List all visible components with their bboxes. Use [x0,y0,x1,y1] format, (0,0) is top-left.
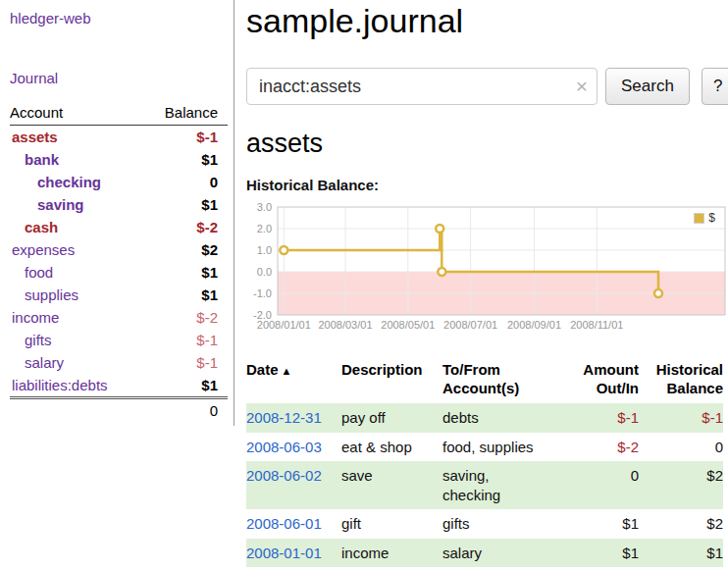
accounts-header-balance: Balance [142,102,228,126]
column-header-label: Historical Balance [656,361,723,396]
account-row: income$-2 [10,306,228,329]
account-name-cell: liabilities:debts [10,374,142,398]
date-cell: 2008-06-03 [246,433,341,462]
balance-chart: 3.02.01.00.0-1.0-2.02008/01/012008/03/01… [246,203,728,342]
balance-cell: $1 [639,539,723,568]
clear-search-icon[interactable]: × [576,74,588,99]
amount-cell: $-2 [558,433,639,462]
column-header-historical: Historical Balance [639,356,723,403]
accounts-table: Account Balance assets$-1bank$1checking0… [10,102,228,422]
transaction-row[interactable]: 2008-06-01giftgifts$1$2 [246,509,723,539]
account-balance: $-1 [142,126,228,149]
svg-text:0.0: 0.0 [257,266,272,278]
chart-legend: $ [691,210,718,226]
account-link-assets[interactable]: assets [12,129,58,145]
account-balance: $2 [142,238,228,261]
account-link-supplies[interactable]: supplies [25,286,78,303]
account-row: assets$-1 [10,126,228,149]
balance-cell: $2 [639,509,723,539]
account-row: supplies$1 [10,284,228,306]
transaction-row[interactable]: 2008-12-31pay offdebts$-1$-1 [246,403,723,433]
account-row: expenses$2 [10,238,228,261]
description-cell: gift [341,509,442,539]
accounts-cell: gifts [442,509,558,539]
accounts-total-row: 0 [10,398,228,423]
account-link-saving[interactable]: saving [37,196,84,213]
accounts-cell: salary [442,539,558,568]
account-link-food[interactable]: food [25,264,53,281]
sidebar: hledger-web Journal Account Balance asse… [0,0,234,426]
accounts-total-spacer [10,398,142,423]
journal-link[interactable]: Journal [10,70,58,86]
balance-chart-svg: 3.02.01.00.0-1.0-2.02008/01/012008/03/01… [246,203,728,342]
account-balance: 0 [142,171,228,193]
transaction-row[interactable]: 2008-01-01incomesalary$1$1 [246,539,723,568]
register-table-body: 2008-12-31pay offdebts$-1$-12008-06-03ea… [246,403,723,567]
account-name-cell: checking [10,171,142,193]
account-row: saving$1 [10,193,228,216]
account-row: checking0 [10,171,228,193]
transaction-date-link[interactable]: 2008-06-01 [246,515,322,532]
account-name-cell: food [10,261,142,284]
accounts-total-value: 0 [142,398,228,423]
column-header-description: Description [341,356,442,403]
amount-cell: 0 [558,461,639,509]
description-cell: pay off [341,403,442,433]
amount-cell: $1 [558,539,639,568]
help-button[interactable]: ? [702,68,728,105]
account-balance: $-2 [142,306,228,329]
account-balance: $1 [142,148,228,171]
account-balance: $1 [142,193,228,216]
account-link-salary[interactable]: salary [25,354,64,371]
account-name-cell: expenses [10,238,142,261]
app-title-link[interactable]: hledger-web [10,10,91,26]
search-input-wrap: × [246,68,598,105]
svg-text:3.0: 3.0 [257,203,272,213]
account-link-cash[interactable]: cash [25,219,58,235]
date-cell: 2008-12-31 [246,403,341,433]
transaction-row[interactable]: 2008-06-03eat & shopfood, supplies$-20 [246,433,723,462]
search-button[interactable]: Search [605,68,690,105]
accounts-cell: debts [442,403,558,433]
column-header-date[interactable]: Date ▲ [246,356,341,403]
app-root: hledger-web Journal Account Balance asse… [0,0,728,567]
account-link-checking[interactable]: checking [37,174,101,190]
account-link-gifts[interactable]: gifts [25,332,52,348]
main-content: sample.journal × Search ? assets Histori… [234,0,728,567]
transaction-date-link[interactable]: 2008-12-31 [246,409,322,426]
account-name-cell: cash [10,216,142,238]
account-name-cell: saving [10,193,142,216]
svg-text:1.0: 1.0 [257,244,272,256]
transaction-date-link[interactable]: 2008-06-03 [246,439,322,455]
account-row: gifts$-1 [10,329,228,351]
transaction-date-link[interactable]: 2008-01-01 [246,545,322,561]
accounts-header-row: Account Balance [10,102,228,126]
description-cell: eat & shop [341,433,442,462]
account-link-income[interactable]: income [12,309,59,326]
svg-text:-1.0: -1.0 [253,287,272,299]
historical-balance-label: Historical Balance: [246,177,728,193]
account-link-expenses[interactable]: expenses [12,241,75,258]
account-link-liabilities-debts[interactable]: liabilities:debts [12,377,108,393]
register-table: Date ▲DescriptionTo/From Account(s)Amoun… [246,356,723,567]
account-row: liabilities:debts$1 [10,374,228,398]
column-header-tofrom: To/From Account(s) [442,356,558,403]
account-link-bank[interactable]: bank [25,151,59,168]
account-name-cell: supplies [10,284,142,306]
search-input[interactable] [246,68,598,105]
balance-cell: $2 [639,461,723,509]
account-balance: $1 [142,374,228,398]
amount-cell: $1 [558,509,639,539]
column-header-label: Amount Out/In [583,361,639,396]
description-cell: income [341,539,442,568]
accounts-cell: food, supplies [442,433,558,462]
svg-text:2.0: 2.0 [257,223,272,234]
svg-text:2008/01/01: 2008/01/01 [257,319,311,331]
svg-text:2008/11/01: 2008/11/01 [570,319,623,331]
account-name-cell: bank [10,148,142,171]
transaction-date-link[interactable]: 2008-06-02 [246,467,322,484]
account-name-cell: income [10,306,142,329]
date-cell: 2008-06-02 [246,461,341,509]
transaction-row[interactable]: 2008-06-02savesaving, checking0$2 [246,461,723,509]
account-row: food$1 [10,261,228,284]
